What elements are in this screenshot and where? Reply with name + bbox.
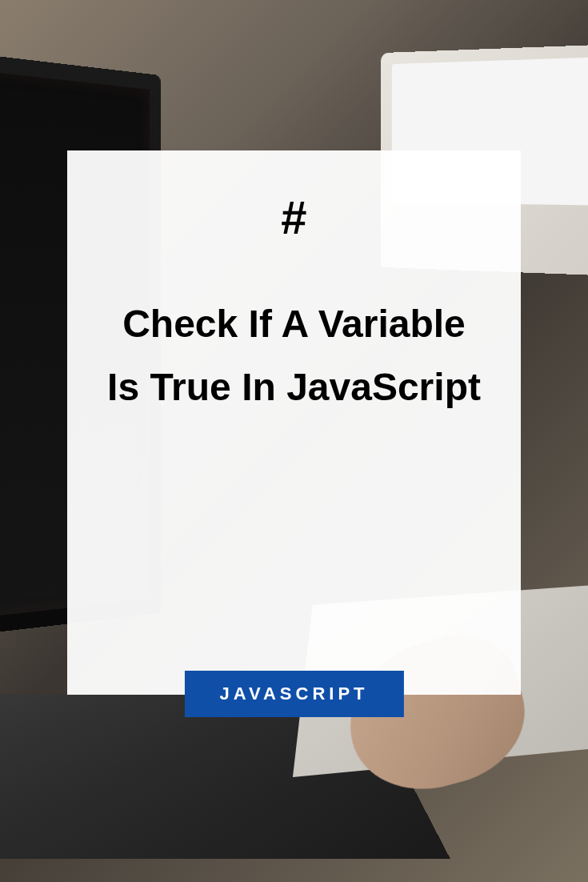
article-title: Check If A Variable Is True In JavaScrip…: [106, 292, 482, 419]
category-badge: JAVASCRIPT: [184, 671, 403, 717]
hash-icon: #: [281, 190, 306, 244]
content-card: # Check If A Variable Is True In JavaScr…: [67, 150, 521, 695]
